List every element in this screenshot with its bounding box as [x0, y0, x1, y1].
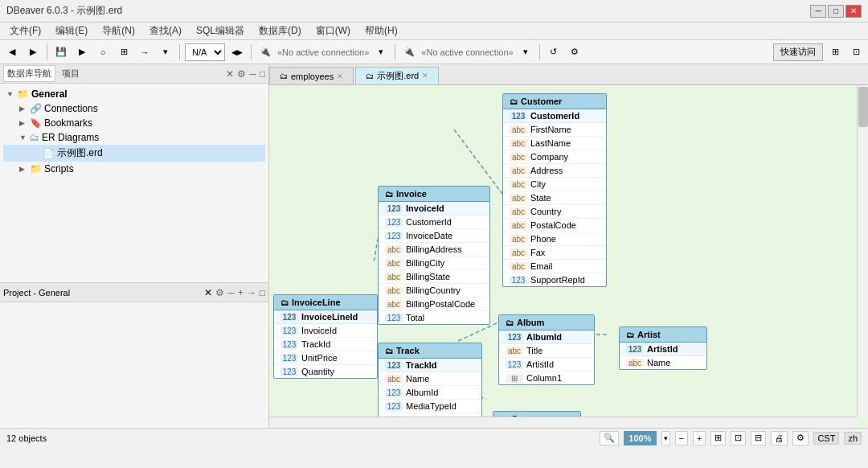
- menu-help[interactable]: 帮助(H): [358, 23, 404, 39]
- invoice-field-customerid[interactable]: 123 CustomerId: [379, 216, 489, 229]
- toolbar-conn2-btn[interactable]: 🔌: [400, 43, 418, 61]
- toolbar-icon1-btn[interactable]: ⊞: [826, 43, 844, 61]
- conn2-dropdown[interactable]: ▾: [517, 43, 534, 61]
- window-controls[interactable]: ─ □ ✕: [810, 5, 862, 18]
- customer-field-lastname[interactable]: abc LastName: [503, 137, 606, 150]
- invoiceline-field-invoiceid[interactable]: 123 InvoiceId: [274, 324, 377, 338]
- invoice-field-billingcountry[interactable]: abc BillingCountry: [379, 284, 489, 298]
- invoiceline-field-id[interactable]: 123 InvoiceLineId: [274, 310, 377, 324]
- tab-db-navigator[interactable]: 数据库导航: [3, 65, 55, 82]
- customer-field-phone[interactable]: abc Phone: [503, 232, 606, 246]
- customer-field-company[interactable]: abc Company: [503, 150, 606, 164]
- tree-node-scripts[interactable]: ▶ 📁 Scripts: [3, 162, 265, 176]
- panel-tools-1[interactable]: ⚙: [237, 68, 246, 80]
- invoice-field-id[interactable]: 123 InvoiceId: [379, 202, 489, 216]
- track-field-id[interactable]: 123 TrackId: [379, 359, 481, 372]
- zoom-out-btn[interactable]: −: [675, 431, 688, 445]
- minimize-button[interactable]: ─: [810, 5, 826, 18]
- toolbar-combo-arrow[interactable]: ◀▶: [228, 43, 246, 61]
- customer-field-email[interactable]: abc Email: [503, 260, 606, 273]
- project-tool-2[interactable]: +: [238, 287, 244, 298]
- status-icon4[interactable]: 🖨: [771, 431, 788, 445]
- invoice-field-billingpostalcode[interactable]: abc BillingPostalCode: [379, 298, 489, 311]
- panel-tools-3[interactable]: □: [260, 68, 265, 80]
- quick-access-btn[interactable]: 快速访问: [773, 43, 823, 61]
- customer-field-fax[interactable]: abc Fax: [503, 246, 606, 260]
- customer-field-postalcode[interactable]: abc PostalCode: [503, 219, 606, 232]
- customer-field-country[interactable]: abc Country: [503, 205, 606, 219]
- scrollbar-thumb-v[interactable]: [858, 87, 868, 127]
- project-close-icon[interactable]: ✕: [204, 287, 212, 298]
- toolbar-grid-btn[interactable]: ⊞: [115, 43, 133, 61]
- tree-node-general[interactable]: ▼ 📁 General: [3, 87, 265, 101]
- tab-employees-close[interactable]: ✕: [337, 72, 343, 80]
- project-gear-icon[interactable]: ⚙: [215, 287, 224, 298]
- invoiceline-field-unitprice[interactable]: 123 UnitPrice: [274, 351, 377, 365]
- status-icon5[interactable]: ⚙: [792, 431, 809, 445]
- menu-search[interactable]: 查找(A): [143, 23, 188, 39]
- toolbar-na-combo[interactable]: N/A: [185, 43, 225, 61]
- album-field-artistid[interactable]: 123 ArtistId: [499, 358, 594, 372]
- toolbar-forward-btn[interactable]: ▶: [24, 43, 42, 61]
- status-icon1[interactable]: ⊞: [710, 431, 726, 445]
- customer-field-state[interactable]: abc State: [503, 191, 606, 205]
- conn1-dropdown[interactable]: ▾: [372, 43, 390, 61]
- album-field-id[interactable]: 123 AlbumId: [499, 330, 594, 344]
- panel-tools-2[interactable]: ─: [249, 68, 256, 80]
- menu-sql-editor[interactable]: SQL编辑器: [190, 23, 251, 39]
- toolbar-icon2-btn[interactable]: ⊡: [847, 43, 865, 61]
- menu-database[interactable]: 数据库(D): [252, 23, 308, 39]
- tree-node-connections[interactable]: ▶ 🔗 Connections: [3, 101, 265, 116]
- tree-node-erd-file[interactable]: 📄 示例图.erd: [3, 145, 265, 162]
- zoom-dropdown-btn[interactable]: ▾: [661, 431, 670, 445]
- entity-artist[interactable]: 🗂 Artist 123 ArtistId abc Name: [619, 326, 707, 370]
- tree-node-erdiagrams[interactable]: ▼ 🗂 ER Diagrams: [3, 130, 265, 145]
- customer-field-address[interactable]: abc Address: [503, 164, 606, 178]
- toolbar-arrow-btn[interactable]: →: [136, 43, 154, 61]
- toolbar-deploy-btn[interactable]: ▶: [73, 43, 91, 61]
- invoiceline-field-trackid[interactable]: 123 TrackId: [274, 338, 377, 351]
- invoice-field-date[interactable]: 123 InvoiceDate: [379, 229, 489, 243]
- menu-window[interactable]: 窗口(W): [309, 23, 357, 39]
- tab-employees[interactable]: 🗂 employees ✕: [269, 67, 354, 84]
- toolbar-conn1-btn[interactable]: 🔌: [256, 43, 274, 61]
- maximize-button[interactable]: □: [828, 5, 844, 18]
- project-tool-4[interactable]: □: [260, 287, 265, 298]
- canvas-scrollbar-h[interactable]: [269, 417, 857, 428]
- entity-invoiceline[interactable]: 🗂 InvoiceLine 123 InvoiceLineId 123 Invo…: [273, 294, 378, 379]
- menu-file[interactable]: 文件(F): [3, 23, 47, 39]
- entity-album[interactable]: 🗂 Album 123 AlbumId abc Title 123 Artist…: [498, 314, 595, 385]
- artist-field-id[interactable]: 123 ArtistId: [620, 343, 706, 356]
- invoice-field-billingcity[interactable]: abc BillingCity: [379, 257, 489, 270]
- status-icon2[interactable]: ⊡: [731, 431, 746, 445]
- customer-field-firstname[interactable]: abc FirstName: [503, 123, 606, 137]
- customer-field-city[interactable]: abc City: [503, 178, 606, 191]
- menu-edit[interactable]: 编辑(E): [49, 23, 94, 39]
- tab-erd-close[interactable]: ✕: [422, 72, 428, 80]
- album-field-column1[interactable]: ⊞ Column1: [499, 372, 594, 384]
- toolbar-refresh-btn[interactable]: ↺: [545, 43, 563, 61]
- canvas-scrollbar-v[interactable]: [857, 85, 868, 417]
- invoice-field-billingstate[interactable]: abc BillingState: [379, 270, 489, 284]
- status-icon3[interactable]: ⊟: [751, 431, 766, 445]
- project-tool-1[interactable]: ─: [227, 287, 235, 298]
- project-tool-3[interactable]: →: [247, 287, 256, 298]
- invoice-field-billingaddress[interactable]: abc BillingAddress: [379, 243, 489, 257]
- track-field-name[interactable]: abc Name: [379, 372, 481, 386]
- invoiceline-field-quantity[interactable]: 123 Quantity: [274, 365, 377, 378]
- search-icon-btn[interactable]: 🔍: [600, 431, 619, 445]
- customer-field-supportrepid[interactable]: 123 SupportRepId: [503, 273, 606, 286]
- close-button[interactable]: ✕: [845, 5, 862, 18]
- zoom-in-btn[interactable]: +: [693, 431, 706, 445]
- menu-navigate[interactable]: 导航(N): [96, 23, 141, 39]
- tab-project[interactable]: 项目: [59, 66, 83, 81]
- toolbar-back-btn[interactable]: ◀: [3, 43, 21, 61]
- panel-close-icon[interactable]: ✕: [226, 68, 234, 80]
- track-field-mediatypeid[interactable]: 123 MediaTypeId: [379, 400, 481, 413]
- tree-node-bookmarks[interactable]: ▶ 🔖 Bookmarks: [3, 116, 265, 130]
- toolbar-more-btn[interactable]: ▾: [157, 43, 174, 61]
- tab-erd-file[interactable]: 🗂 示例图.erd ✕: [355, 67, 439, 84]
- toolbar-save-btn[interactable]: 💾: [52, 43, 70, 61]
- toolbar-settings-btn[interactable]: ⚙: [566, 43, 583, 61]
- invoice-field-total[interactable]: 123 Total: [379, 311, 489, 324]
